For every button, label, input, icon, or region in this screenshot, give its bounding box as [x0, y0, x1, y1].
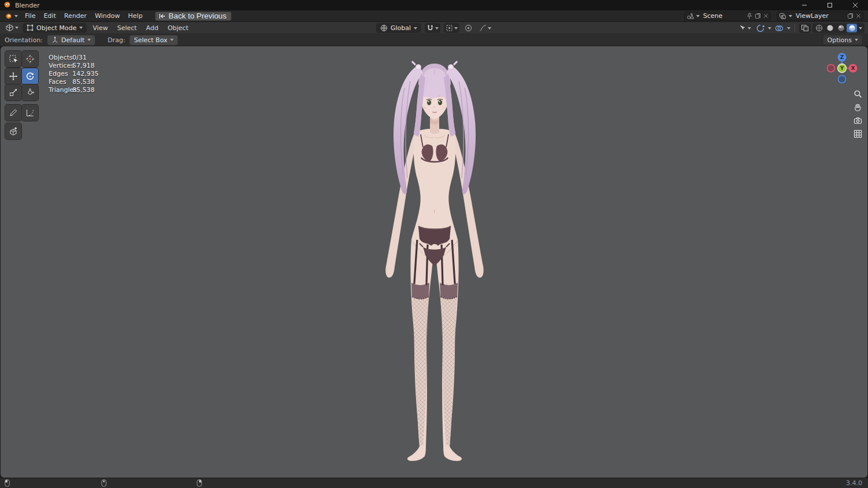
orientation-dropdown[interactable]: Default	[47, 35, 95, 45]
gizmo-z-label: Z	[840, 54, 844, 60]
scene-browse-icon[interactable]	[686, 13, 694, 20]
orientation-global-icon	[380, 24, 388, 32]
tool-scale[interactable]	[5, 84, 21, 101]
show-gizmo-toggle[interactable]	[755, 23, 766, 33]
chevron-down-icon	[855, 39, 858, 41]
character-model[interactable]	[358, 47, 511, 467]
maximize-button[interactable]	[817, 0, 843, 10]
tool-transform[interactable]	[22, 84, 38, 101]
minimize-button[interactable]	[792, 0, 817, 10]
snap-toggle[interactable]	[425, 23, 440, 33]
stat-label: Faces	[49, 78, 72, 86]
chevron-down-icon	[87, 39, 91, 41]
show-overlays-toggle[interactable]	[773, 23, 785, 33]
blender-version: 3.4.0	[846, 479, 868, 487]
stat-label: Vertices	[49, 62, 72, 70]
back-to-previous-button[interactable]: Back to Previous	[155, 12, 231, 21]
navigation-gizmo[interactable]: Z X Y	[823, 50, 860, 87]
shading-rendered-button[interactable]	[847, 24, 857, 32]
stat-value: 0/31	[72, 54, 87, 62]
proportional-editing-toggle[interactable]	[463, 23, 474, 33]
shading-solid-button[interactable]	[825, 24, 835, 32]
transform-icon	[25, 88, 35, 97]
grid-icon	[854, 130, 862, 138]
tool-annotate[interactable]	[5, 105, 21, 121]
transform-orientation-selector[interactable]: Global	[376, 23, 421, 33]
blender-window: Blender File Edit Render Window Help Bac…	[0, 0, 868, 488]
viewlayer-browse-icon[interactable]	[779, 13, 786, 20]
viewlayer-selector[interactable]: ViewLayer	[777, 12, 863, 21]
new-viewlayer-icon[interactable]	[847, 13, 854, 19]
status-bar: 3.4.0	[0, 478, 868, 488]
shading-options-dropdown[interactable]	[859, 27, 862, 29]
measure-icon	[25, 108, 35, 117]
selectability-visibility-dropdown[interactable]	[737, 23, 753, 33]
tool-shelf	[5, 51, 38, 139]
chevron-down-icon	[15, 27, 19, 29]
tool-move[interactable]	[5, 68, 21, 84]
pan-button[interactable]	[852, 101, 863, 113]
tool-rotate[interactable]	[22, 68, 38, 84]
falloff-curve-icon	[479, 24, 487, 32]
menu-add[interactable]: Add	[142, 23, 161, 33]
proportional-falloff-selector[interactable]	[477, 23, 493, 33]
scene-name-field[interactable]: Scene	[702, 12, 744, 20]
menu-object[interactable]: Object	[164, 23, 192, 33]
mode-selector[interactable]: Object Mode	[23, 23, 87, 33]
zoom-button[interactable]	[852, 88, 863, 99]
new-scene-icon[interactable]	[755, 13, 761, 19]
3d-viewport[interactable]: Objects0/31 Vertices57,918 Edges142,935 …	[1, 46, 867, 478]
pin-icon[interactable]	[746, 13, 752, 19]
gizmo-axis-neg-x[interactable]	[827, 65, 835, 72]
magnifier-icon	[854, 90, 862, 98]
tool-select-box[interactable]	[5, 51, 21, 67]
options-dropdown[interactable]: Options	[823, 35, 862, 45]
stat-value: 57,918	[72, 62, 95, 70]
menu-window[interactable]: Window	[91, 11, 123, 21]
orientation-global-label: Global	[391, 24, 411, 32]
separator	[795, 24, 795, 32]
window-controls	[792, 0, 868, 10]
chevron-down-icon	[435, 27, 439, 29]
stat-label: Triangles	[49, 86, 72, 94]
camera-view-button[interactable]	[852, 114, 863, 126]
editor-type-selector[interactable]	[3, 23, 20, 33]
menu-help[interactable]: Help	[124, 11, 146, 21]
chevron-down-icon	[696, 15, 700, 17]
tool-measure[interactable]	[22, 105, 38, 121]
top-menu-bar: File Edit Render Window Help Back to Pre…	[0, 10, 868, 22]
menu-edit[interactable]: Edit	[40, 11, 59, 21]
shading-material-button[interactable]	[836, 24, 846, 32]
menu-render[interactable]: Render	[61, 11, 90, 21]
scale-icon	[9, 88, 18, 97]
chevron-down-icon[interactable]	[787, 27, 790, 29]
editor-3d-viewport-icon	[5, 24, 14, 32]
viewlayer-name-field[interactable]: ViewLayer	[795, 12, 845, 20]
chevron-down-icon[interactable]	[768, 27, 771, 29]
menu-file[interactable]: File	[21, 11, 39, 21]
chevron-down-icon	[789, 15, 792, 17]
drag-dropdown[interactable]: Select Box	[130, 35, 178, 45]
close-button[interactable]	[843, 0, 868, 10]
toggle-xray-button[interactable]	[799, 23, 811, 33]
shading-wireframe-button[interactable]	[814, 24, 824, 32]
unlink-scene-icon[interactable]	[763, 13, 768, 19]
menu-select[interactable]: Select	[113, 23, 140, 33]
mouse-middle-icon	[101, 479, 106, 488]
blender-app-menu[interactable]	[2, 13, 20, 20]
snap-target-selector[interactable]	[444, 23, 459, 33]
gizmo-x-label: X	[851, 65, 855, 71]
tool-add-cube[interactable]	[5, 123, 21, 139]
tool-cursor[interactable]	[22, 51, 38, 67]
toggle-perspective-button[interactable]	[852, 128, 863, 139]
menu-view[interactable]: View	[89, 23, 111, 33]
viewport-nav-buttons	[852, 88, 863, 139]
gizmo-axis-neg-z[interactable]	[838, 76, 846, 83]
annotate-pencil-icon	[9, 108, 18, 117]
tool-settings-bar: Orientation: Default Drag: Select Box Op…	[0, 34, 868, 46]
blender-logo-icon	[3, 1, 11, 10]
mouse-left-icon	[5, 479, 10, 488]
remove-viewlayer-icon[interactable]	[856, 13, 861, 19]
options-label: Options	[827, 36, 852, 44]
scene-selector[interactable]: Scene	[684, 12, 771, 21]
